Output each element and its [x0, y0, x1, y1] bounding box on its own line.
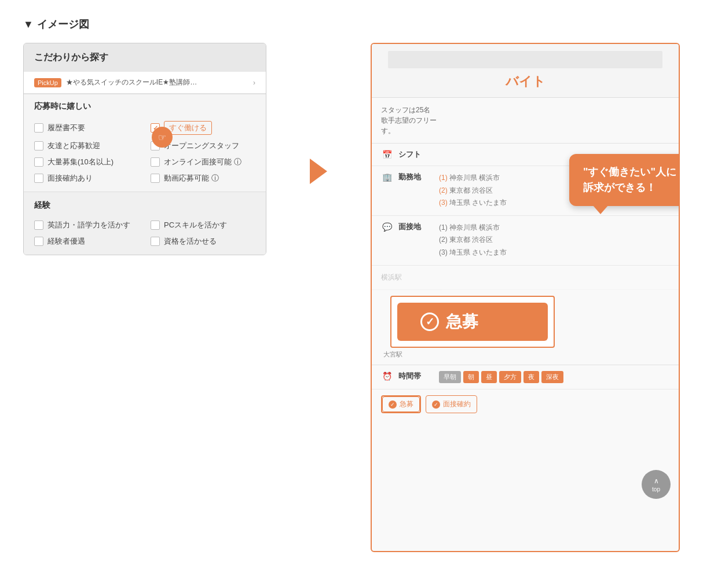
- checkbox-item-tairyou[interactable]: 大量募集(10名以上): [34, 157, 139, 167]
- checkbox-keiken[interactable]: [34, 237, 43, 246]
- checkbox-label-rirekisho: 履歴書不要: [47, 123, 85, 133]
- checkbox-item-mensetsu[interactable]: 面接確約あり: [34, 173, 139, 183]
- apply-checkboxes: 履歴書不要 すぐ働ける ☞ 友達と応募歓迎 オープニングスタッフ: [24, 116, 266, 192]
- work-location-item-2: (2) 東京都 渋谷区: [439, 185, 507, 197]
- header-bar: [388, 51, 662, 68]
- interview-location-label: 面接地: [398, 222, 433, 232]
- pickup-text: ★やる気スイッチのスクールIE★塾講師…: [66, 78, 248, 87]
- checkbox-label-tomodachi: 友達と応募歓迎: [47, 141, 100, 151]
- time-slot-yugata: 夕方: [499, 371, 521, 383]
- left-panel: こだわりから探す PickUp ★やる気スイッチのスクールIE★塾講師… › 応…: [23, 43, 266, 255]
- top-chevron-icon: ∧: [654, 477, 659, 485]
- experience-checkboxes: 英語力・語学力を活かす PCスキルを活かす 経験者優遇 資格を活かせる: [24, 215, 266, 255]
- checkbox-label-eigo: 英語力・語学力を活かす: [47, 220, 130, 230]
- kyubo-tag-label: 急募: [400, 399, 413, 409]
- checkbox-online[interactable]: [151, 157, 160, 167]
- checkbox-mensetsu[interactable]: [34, 174, 43, 183]
- right-panel: "すぐ働きたい"人に 訴求ができる！ バイト スタッフは25名歌手志望のフリーす…: [371, 43, 680, 552]
- interview-location-row: 💬 面接地 (1) 神奈川県 横浜市 (2) 東京都 渋谷区 (3) 埼玉県 さ…: [372, 216, 679, 266]
- title-text: イメージ図: [37, 17, 89, 31]
- interview-location-item-1: (1) 神奈川県 横浜市: [439, 222, 507, 234]
- kyubo-tag-check: ✓: [389, 400, 397, 409]
- time-slot-hayaasa: 早朝: [439, 371, 461, 383]
- cursor-icon: ☞: [152, 127, 173, 148]
- pickup-badge: PickUp: [34, 78, 61, 87]
- checkbox-label-shikaku: 資格を活かせる: [164, 236, 217, 247]
- checkbox-tairyou[interactable]: [34, 157, 43, 167]
- work-location-item-1: (1) 神奈川県 横浜市: [439, 172, 507, 185]
- bottom-tags: ✓ 急募 ✓ 面接確約: [372, 389, 679, 419]
- pickup-row[interactable]: PickUp ★やる気スイッチのスクールIE★塾講師… ›: [24, 72, 266, 94]
- access-row: 横浜駅: [372, 266, 679, 291]
- work-location-label: 勤務地: [398, 172, 433, 182]
- right-panel-title: バイト: [379, 73, 672, 90]
- checkbox-item-shikaku[interactable]: 資格を活かせる: [151, 236, 255, 247]
- page-title: ▼ イメージ図: [23, 17, 680, 31]
- checkbox-item-doga[interactable]: 動画応募可能 ⓘ: [151, 173, 255, 183]
- kyubo-check-circle: ✓: [420, 313, 439, 331]
- checkbox-item-keiken[interactable]: 経験者優遇: [34, 236, 139, 247]
- title-prefix: ▼: [23, 19, 34, 31]
- checkbox-label-keiken: 経験者優遇: [47, 236, 85, 247]
- experience-section-label: 経験: [24, 193, 266, 215]
- work-location-content: (1) 神奈川県 横浜市 (2) 東京都 渋谷区 (3) 埼玉県 さいたま市: [439, 172, 507, 210]
- kyubo-big-container: ✓ 急募: [390, 296, 555, 348]
- job-description-section: スタッフは25名歌手志望のフリーす。: [372, 98, 679, 144]
- top-button-label: top: [652, 486, 660, 493]
- time-slots-icon: ⏰: [381, 372, 393, 381]
- callout-line2: 訴求ができる！: [583, 180, 676, 196]
- mensetsu-tag[interactable]: ✓ 面接確約: [426, 395, 477, 413]
- time-slots-row: ⏰ 時間帯 早朝 朝 昼 夕方 夜 深夜: [372, 365, 679, 389]
- access-text-2: 大宮駅: [381, 350, 669, 359]
- checkbox-item-sugu[interactable]: すぐ働ける ☞: [151, 121, 255, 135]
- interview-location-item-2: (2) 東京都 渋谷区: [439, 234, 507, 247]
- checkbox-eigo[interactable]: [34, 220, 43, 230]
- kyubo-label: 急募: [446, 311, 478, 333]
- right-panel-header: バイト: [372, 44, 679, 98]
- checkbox-label-pc: PCスキルを活かす: [164, 220, 227, 230]
- checkbox-rirekisho[interactable]: [34, 123, 43, 133]
- job-description-text: スタッフは25名歌手志望のフリーす。: [381, 105, 669, 136]
- time-slot-yoru: 夜: [523, 371, 539, 383]
- apply-section-label: 応募時に嬉しい: [24, 94, 266, 116]
- left-panel-header: こだわりから探す: [24, 43, 266, 72]
- shift-label: シフト: [398, 149, 433, 160]
- time-slot-fukimi: 深夜: [541, 371, 563, 383]
- checkbox-label-online: オンライン面接可能 ⓘ: [164, 157, 241, 167]
- pickup-arrow: ›: [253, 79, 255, 87]
- time-slots-label: 時間帯: [398, 371, 433, 381]
- interview-location-item-3: (3) 埼玉県 さいたま市: [439, 247, 507, 259]
- main-layout: こだわりから探す PickUp ★やる気スイッチのスクールIE★塾講師… › 応…: [23, 43, 680, 552]
- interview-location-content: (1) 神奈川県 横浜市 (2) 東京都 渋谷区 (3) 埼玉県 さいたま市: [439, 222, 507, 259]
- callout-line1: "すぐ働きたい"人に: [583, 164, 676, 180]
- checkbox-label-doga: 動画応募可能 ⓘ: [164, 173, 219, 183]
- callout-bubble: "すぐ働きたい"人に 訴求ができる！: [569, 154, 680, 206]
- checkbox-label-opening: オープニングスタッフ: [164, 141, 239, 151]
- arrow-divider: [301, 159, 336, 184]
- work-location-item-3: (3) 埼玉県 さいたま市: [439, 197, 507, 210]
- kyubo-section: ✓ 急募 大宮駅: [372, 290, 679, 365]
- checkbox-item-online[interactable]: オンライン面接可能 ⓘ: [151, 157, 255, 167]
- kyubo-tag[interactable]: ✓ 急募: [382, 396, 420, 412]
- work-location-icon: 🏢: [381, 172, 393, 182]
- mensetsu-tag-check: ✓: [432, 400, 440, 409]
- checkbox-tomodachi[interactable]: [34, 141, 43, 150]
- checkbox-shikaku[interactable]: [151, 237, 160, 246]
- checkbox-item-tomodachi[interactable]: 友達と応募歓迎: [34, 141, 139, 151]
- mensetsu-tag-label: 面接確約: [443, 399, 471, 409]
- checkbox-item-eigo[interactable]: 英語力・語学力を活かす: [34, 220, 139, 230]
- checkbox-label-mensetsu: 面接確約あり: [47, 173, 93, 183]
- interview-location-icon: 💬: [381, 222, 393, 231]
- checkbox-pc[interactable]: [151, 220, 160, 230]
- checkbox-label-tairyou: 大量募集(10名以上): [47, 157, 113, 167]
- right-arrow-icon: [310, 159, 327, 184]
- checkbox-item-pc[interactable]: PCスキルを活かす: [151, 220, 255, 230]
- checkbox-item-rirekisho[interactable]: 履歴書不要: [34, 121, 139, 135]
- kyubo-big-button[interactable]: ✓ 急募: [397, 303, 548, 341]
- time-slot-hiru: 昼: [481, 371, 497, 383]
- shift-icon: 📅: [381, 150, 393, 159]
- top-button[interactable]: ∧ top: [642, 470, 671, 499]
- kyubo-tag-highlight: ✓ 急募: [381, 395, 421, 413]
- time-slot-asa: 朝: [463, 371, 479, 383]
- checkbox-doga[interactable]: [151, 174, 160, 183]
